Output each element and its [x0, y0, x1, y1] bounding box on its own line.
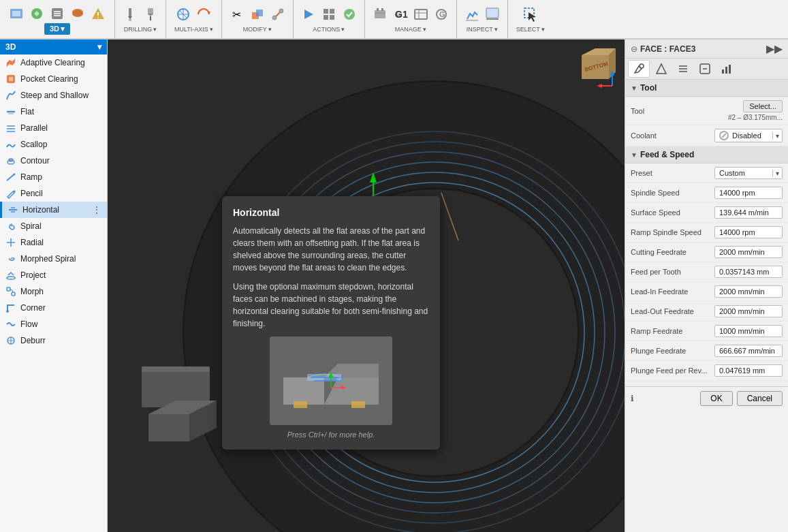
toolbar-multiaxis-icon1[interactable] — [174, 5, 193, 24]
feed-per-tooth-row: Feed per Tooth 0.0357143 mm — [625, 262, 788, 282]
toolbar-manage-label[interactable]: MANAGE ▾ — [392, 25, 429, 33]
toolbar-select-icon1[interactable] — [521, 5, 540, 24]
toolbar-drilling-icon1[interactable] — [121, 5, 140, 24]
sidebar-item-horizontal[interactable]: Horizontal ⋮ — [0, 202, 107, 218]
toolbar-actions-section: ACTIONS ▾ — [294, 0, 365, 38]
toolbar-manage-icon1[interactable] — [371, 5, 390, 24]
toolbar-drilling-icon2[interactable] — [141, 5, 160, 24]
cube-nav[interactable]: BOTTOM — [571, 45, 619, 93]
ramp-spindle-value[interactable]: 14000 rpm — [714, 226, 783, 238]
sidebar-item-pocket-clearing[interactable]: Pocket Clearing — [0, 71, 107, 87]
preset-dropdown-arrow[interactable]: ▾ — [772, 170, 782, 177]
preset-select[interactable]: Custom ▾ — [714, 167, 783, 179]
toolbar-icon-4[interactable] — [68, 4, 87, 23]
sidebar-item-project[interactable]: Project — [0, 267, 107, 283]
pocket-clearing-icon — [5, 74, 16, 84]
toolbar-3d-section: 3D ▾ — [0, 0, 115, 38]
sidebar-item-corner[interactable]: Corner — [0, 300, 107, 316]
toolbar-modify-label[interactable]: MODIFY ▾ — [240, 25, 274, 33]
toolbar-select-label[interactable]: SELECT ▾ — [514, 25, 548, 33]
sidebar-item-morphed-spiral[interactable]: Morphed Spiral — [0, 251, 107, 267]
coolant-dropdown-arrow[interactable]: ▾ — [772, 132, 782, 140]
toolbar-manage-icon4[interactable]: G — [432, 5, 451, 24]
sidebar-item-label-spiral: Spiral — [20, 221, 42, 231]
sidebar-item-flow[interactable]: Flow — [0, 316, 107, 332]
toolbar-icon-3[interactable] — [48, 4, 67, 23]
toolbar-inspect-label[interactable]: INSPECT ▾ — [464, 25, 501, 33]
lead-in-label: Lead-In Feedrate — [631, 287, 712, 296]
toolbar-icon-1[interactable] — [7, 4, 26, 23]
tab-linking[interactable] — [695, 60, 715, 78]
sidebar-item-label-contour: Contour — [20, 156, 50, 166]
spindle-speed-label: Spindle Speed — [631, 189, 712, 197]
toolbar-3d-label[interactable]: 3D ▾ — [44, 23, 70, 35]
sidebar-item-radial[interactable]: Radial — [0, 234, 107, 251]
toolbar-drilling-label[interactable]: DRILLING ▾ — [121, 25, 160, 33]
plunge-per-rev-value[interactable]: 0.047619 mm — [714, 364, 783, 377]
tab-passes[interactable] — [673, 60, 693, 78]
plunge-feedrate-value[interactable]: 666.667 mm/min — [714, 345, 783, 357]
toolbar-multiaxis-icon2[interactable] — [194, 5, 213, 24]
sidebar-item-scallop[interactable]: Scallop — [0, 136, 107, 153]
tab-chart[interactable] — [716, 60, 737, 78]
viewport[interactable]: BOTTOM Horizontal Automatically detects … — [108, 40, 625, 532]
toolbar-multiaxis-label[interactable]: MULTI-AXIS ▾ — [172, 25, 216, 33]
toolbar-actions-icon2[interactable] — [319, 5, 338, 24]
toolbar-icon-2[interactable] — [27, 4, 46, 23]
tab-tool[interactable] — [628, 60, 650, 78]
toolbar-inspect-icon1[interactable] — [462, 5, 482, 24]
lead-in-value[interactable]: 2000 mm/min — [714, 285, 783, 298]
tool-section-header[interactable]: ▼ Tool — [625, 80, 788, 97]
toolbar-actions-icon1[interactable] — [299, 5, 318, 24]
ramp-feedrate-value[interactable]: 1000 mm/min — [714, 325, 783, 337]
sidebar-item-ramp[interactable]: Ramp — [0, 169, 107, 185]
ramp-feedrate-row: Ramp Feedrate 1000 mm/min — [625, 322, 788, 341]
lead-out-feedrate-row: Lead-Out Feedrate 2000 mm/min — [625, 302, 788, 322]
toolbar-multiaxis-icons — [174, 5, 213, 24]
toolbar-manage-section: G1G2 G MANAGE ▾ — [365, 0, 457, 38]
panel-collapse-icon[interactable]: ⊖ — [631, 44, 637, 54]
sidebar-item-adaptive-clearing[interactable]: Adaptive Clearing — [0, 54, 107, 71]
toolbar-modify-icon2[interactable] — [248, 5, 267, 24]
tool-select-btn[interactable]: Select... — [743, 100, 783, 112]
sidebar-item-label-ramp: Ramp — [20, 172, 42, 182]
surface-speed-value[interactable]: 139.644 m/min — [714, 206, 783, 219]
toolbar-actions-label[interactable]: ACTIONS ▾ — [310, 25, 347, 33]
cancel-button[interactable]: Cancel — [737, 391, 783, 406]
toolbar-manage-icon2[interactable]: G1G2 — [391, 5, 410, 24]
sidebar-header[interactable]: 3D ▾ — [0, 40, 107, 54]
feed-speed-section-header[interactable]: ▼ Feed & Speed — [625, 146, 788, 163]
sidebar-item-pencil[interactable]: Pencil — [0, 185, 107, 202]
horizontal-dots-menu[interactable]: ⋮ — [92, 204, 101, 215]
morphed-spiral-icon — [5, 253, 16, 264]
sidebar-item-label-pencil: Pencil — [20, 189, 43, 198]
toolbar-icon-5[interactable] — [89, 4, 108, 23]
lead-out-value[interactable]: 2000 mm/min — [714, 305, 783, 317]
spiral-icon — [5, 221, 16, 232]
sidebar-item-morph[interactable]: Morph — [0, 283, 107, 300]
ok-button[interactable]: OK — [700, 391, 732, 406]
feed-per-tooth-value[interactable]: 0.0357143 mm — [714, 266, 783, 278]
cutting-feedrate-value[interactable]: 2000 mm/min — [714, 246, 783, 258]
toolbar-inspect-icon2[interactable] — [483, 5, 502, 24]
sidebar-item-parallel[interactable]: Parallel — [0, 120, 107, 136]
svg-point-5 — [72, 9, 83, 16]
feed-section-arrow: ▼ — [631, 151, 637, 159]
info-icon[interactable]: ℹ — [631, 394, 634, 403]
toolbar-actions-icon3[interactable] — [340, 5, 359, 24]
sidebar-item-flat[interactable]: Flat — [0, 104, 107, 120]
panel-expand-btn[interactable]: ▶▶ — [766, 42, 783, 55]
horizontal-icon — [7, 204, 18, 215]
toolbar-modify-icon3[interactable] — [268, 5, 287, 24]
svg-point-25 — [344, 9, 355, 20]
sidebar-item-deburr[interactable]: Deburr — [0, 332, 107, 349]
toolbar-modify-icon1[interactable]: ✂ — [227, 5, 247, 24]
sidebar-item-spiral[interactable]: Spiral — [0, 218, 107, 234]
tab-geometry[interactable] — [651, 60, 672, 78]
sidebar-item-label-corner: Corner — [20, 303, 46, 313]
coolant-select[interactable]: Disabled ▾ — [714, 129, 783, 142]
sidebar-item-contour[interactable]: Contour — [0, 153, 107, 169]
spindle-speed-value[interactable]: 14000 rpm — [714, 187, 783, 199]
toolbar-manage-icon3[interactable] — [411, 5, 430, 24]
sidebar-item-steep-and-shallow[interactable]: Steep and Shallow — [0, 87, 107, 104]
